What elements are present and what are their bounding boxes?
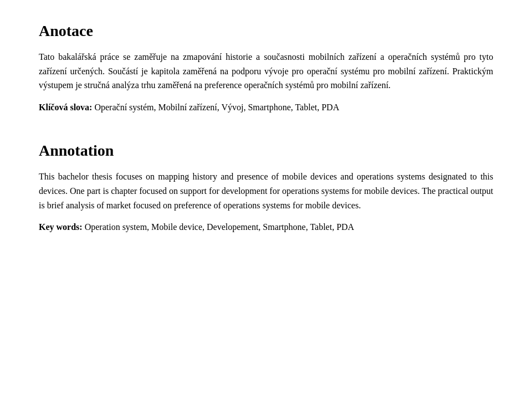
annotation-title: Annotation xyxy=(39,142,493,160)
annotation-keywords-label: Key words: xyxy=(39,222,83,232)
annotation-section: Annotation This bachelor thesis focuses … xyxy=(39,142,493,234)
anotace-keywords-value: Operační systém, Mobilní zařízení, Vývoj… xyxy=(92,103,339,112)
annotation-keywords: Key words: Operation system, Mobile devi… xyxy=(39,220,493,234)
anotace-keywords-label: Klíčová slova: xyxy=(39,103,92,112)
annotation-keywords-value: Operation system, Mobile device, Develop… xyxy=(83,222,354,232)
anotace-title: Anotace xyxy=(39,22,493,40)
anotace-section: Anotace Tato bakalářská práce se zaměřuj… xyxy=(39,22,493,114)
anotace-keywords: Klíčová slova: Operační systém, Mobilní … xyxy=(39,100,493,115)
annotation-paragraph: This bachelor thesis focuses on mapping … xyxy=(39,170,493,212)
anotace-paragraph: Tato bakalářská práce se zaměřuje na zma… xyxy=(39,50,493,93)
